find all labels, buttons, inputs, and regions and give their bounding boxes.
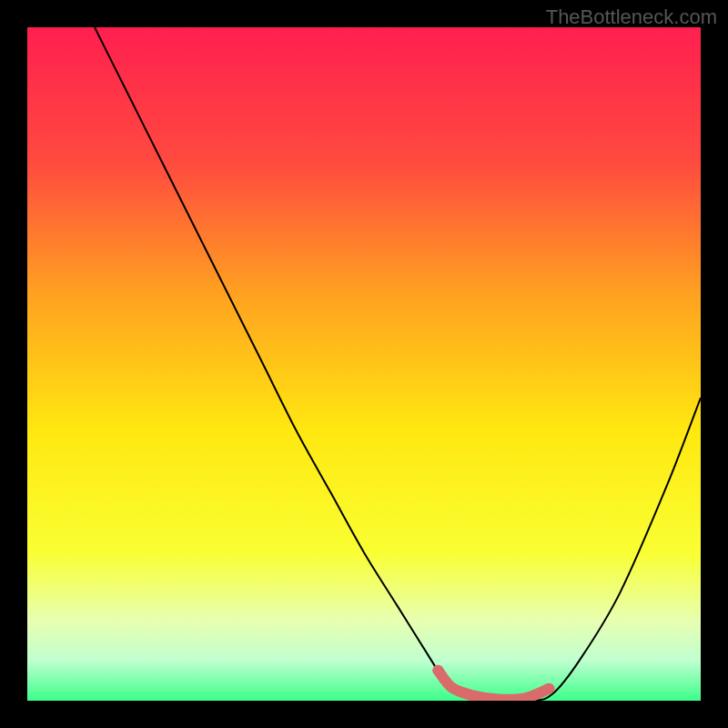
- optimal-range-highlight: [27, 27, 701, 701]
- chart-container: TheBottleneck.com: [0, 0, 728, 728]
- watermark-text: TheBottleneck.com: [546, 5, 717, 29]
- plot-area: [27, 27, 701, 701]
